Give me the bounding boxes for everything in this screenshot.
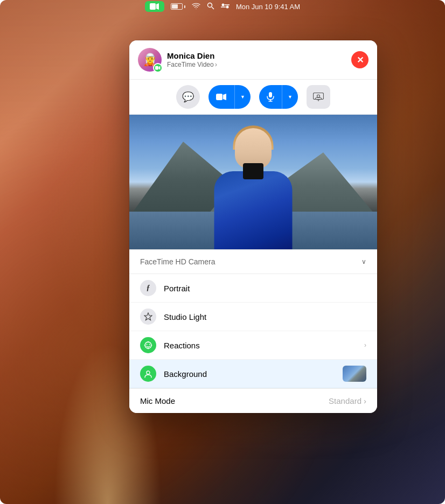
caller-name: Monica Dien: [167, 51, 217, 60]
svg-line-3: [212, 7, 214, 9]
svg-point-5: [226, 5, 228, 8]
caller-text: Monica Dien FaceTime Video ›: [167, 51, 217, 68]
close-icon: ✕: [357, 55, 364, 65]
svg-point-27: [147, 371, 150, 374]
person-scarf: [243, 163, 263, 179]
video-preview: [129, 115, 377, 249]
caller-info: 🧝 Monica Dien FaceTime Video ›: [138, 48, 217, 72]
svg-rect-12: [269, 92, 272, 97]
background-label: Background: [164, 369, 335, 379]
studio-light-label: Studio Light: [164, 312, 366, 321]
mic-button[interactable]: [259, 85, 282, 109]
control-center-icon[interactable]: [221, 3, 230, 11]
person-overlay: [129, 115, 377, 249]
message-button[interactable]: 💬: [176, 85, 200, 109]
svg-point-16: [317, 95, 319, 97]
svg-marker-19: [144, 313, 152, 320]
reactions-icon: [140, 337, 156, 353]
studio-light-menu-item[interactable]: Studio Light: [129, 303, 377, 331]
svg-rect-10: [216, 94, 222, 100]
reactions-label: Reactions: [164, 341, 357, 350]
window-header: 🧝 Monica Dien FaceTime Video › ✕: [129, 40, 377, 80]
video-chevron-button[interactable]: ▼: [234, 85, 251, 109]
mic-button-group: ▼: [259, 85, 298, 109]
camera-chevron-icon: ∨: [361, 258, 366, 265]
caller-avatar: 🧝: [138, 48, 162, 72]
person-figure: [205, 128, 302, 249]
facetime-menubar-icon[interactable]: [145, 1, 164, 12]
screen-share-button[interactable]: [307, 85, 330, 109]
facetime-badge: [153, 63, 163, 73]
svg-point-22: [149, 344, 150, 345]
facetime-window: 🧝 Monica Dien FaceTime Video › ✕: [129, 40, 377, 413]
svg-rect-15: [313, 93, 323, 100]
spotlight-icon[interactable]: [207, 2, 214, 11]
svg-rect-8: [155, 66, 158, 70]
portrait-menu-item[interactable]: ƒ Portrait: [129, 274, 377, 303]
svg-point-4: [221, 3, 224, 6]
menubar: Mon Jun 10 9:41 AM: [0, 0, 445, 13]
person-body: [214, 171, 293, 249]
menubar-time: Mon Jun 10 9:41 AM: [236, 3, 300, 11]
svg-marker-1: [156, 3, 159, 10]
close-button[interactable]: ✕: [351, 51, 368, 68]
camera-header[interactable]: FaceTime HD Camera ∨: [129, 250, 377, 274]
mic-mode-label: Mic Mode: [140, 396, 175, 405]
background-menu-item[interactable]: Background: [129, 360, 377, 388]
video-chevron-icon: ▼: [240, 94, 245, 100]
portrait-icon: ƒ: [140, 280, 156, 296]
controls-bar: 💬 ▼: [129, 80, 377, 115]
camera-label: FaceTime HD Camera: [140, 257, 215, 266]
background-thumbnail: [343, 366, 366, 382]
video-button[interactable]: [208, 85, 234, 109]
reactions-menu-item[interactable]: Reactions ›: [129, 331, 377, 360]
mic-chevron-button[interactable]: ▼: [282, 85, 298, 109]
background-icon: [140, 366, 156, 382]
mic-mode-chevron-icon: ›: [364, 396, 366, 405]
mic-mode-standard: Standard: [329, 396, 361, 405]
portrait-label: Portrait: [164, 284, 366, 293]
mic-chevron-icon: ▼: [288, 94, 293, 100]
svg-point-21: [147, 344, 148, 345]
svg-rect-0: [150, 3, 156, 10]
wifi-icon: [192, 2, 200, 11]
message-icon: 💬: [182, 91, 194, 103]
svg-point-2: [207, 3, 212, 7]
video-button-group: ▼: [208, 85, 251, 109]
studio-light-icon: [140, 309, 156, 325]
svg-point-20: [145, 342, 151, 348]
caller-subtitle: FaceTime Video ›: [167, 60, 217, 68]
mic-mode-row[interactable]: Mic Mode Standard ›: [129, 388, 377, 413]
dropdown-panel: FaceTime HD Camera ∨ ƒ Portrait Studio L…: [129, 249, 377, 413]
reactions-chevron-icon: ›: [364, 341, 366, 349]
person-head: [235, 128, 272, 169]
mic-mode-value: Standard ›: [329, 396, 366, 405]
thumbnail-image: [343, 366, 366, 382]
battery-indicator: [171, 3, 185, 10]
svg-marker-11: [223, 94, 226, 100]
svg-marker-9: [159, 66, 161, 70]
